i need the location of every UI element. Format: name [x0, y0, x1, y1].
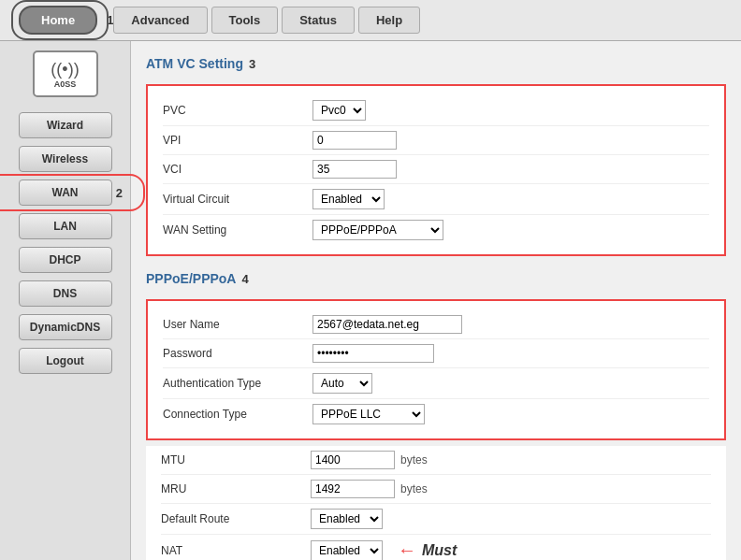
input-wan-setting[interactable]: PPPoE/PPPoABridgeIPoA [312, 220, 443, 240]
form-row-auth-type: Authentication Type AutoPAPCHAP [163, 368, 709, 399]
atm-section-title: ATM VC Setting [146, 56, 243, 71]
tab-status[interactable]: Status [282, 7, 355, 34]
label-default-route: Default Route [161, 512, 311, 525]
sidebar-item-dns[interactable]: DNS [19, 280, 112, 307]
pppoe-section-title: PPPoE/PPPoA [146, 271, 236, 286]
sidebar: ((•)) A0SS Wizard Wireless WAN 2 LAN DHC… [0, 41, 131, 560]
tab-home-label[interactable]: Home [19, 6, 97, 35]
sidebar-item-lan[interactable]: LAN [19, 213, 112, 239]
sidebar-item-logout[interactable]: Logout [19, 348, 112, 374]
logo-text: A0SS [54, 79, 77, 89]
annotation-4: 4 [241, 272, 248, 286]
label-mru: MRU [161, 482, 311, 495]
input-password[interactable] [312, 344, 434, 363]
sidebar-item-wireless[interactable]: Wireless [19, 146, 112, 172]
form-row-mtu: MTU bytes [161, 446, 711, 475]
label-vci: VCI [163, 163, 312, 176]
input-vpi[interactable] [312, 131, 397, 150]
form-row-pvc: PVC Pvc0Pvc1Pvc2 [163, 95, 709, 126]
logo-icon: ((•)) [51, 60, 79, 79]
annotation-2: 2 [116, 186, 123, 200]
label-password: Password [163, 347, 312, 360]
label-mtu: MTU [161, 453, 311, 467]
unit-mru: bytes [400, 482, 428, 495]
form-row-connection-type: Connection Type PPPoE LLCPPPoE VC-MuxPPP… [163, 399, 709, 429]
must-label: Must [422, 542, 457, 559]
main-layout: ((•)) A0SS Wizard Wireless WAN 2 LAN DHC… [0, 41, 741, 560]
form-row-username: User Name [163, 310, 709, 339]
content-area: ATM VC Setting 3 PVC Pvc0Pvc1Pvc2 VPI [131, 41, 741, 560]
tab-tools[interactable]: Tools [211, 7, 279, 34]
input-auth-type[interactable]: AutoPAPCHAP [312, 373, 372, 394]
form-row-mru: MRU bytes [161, 475, 711, 504]
input-username[interactable] [312, 315, 462, 334]
app-frame: Home 1 Advanced Tools Status Help ((•)) … [0, 0, 741, 560]
input-pvc[interactable]: Pvc0Pvc1Pvc2 [312, 100, 366, 121]
form-row-password: Password [163, 339, 709, 368]
label-username: User Name [163, 318, 312, 331]
tab-help[interactable]: Help [358, 7, 420, 34]
form-row-default-route: Default Route EnabledDisabled [161, 504, 711, 535]
sidebar-item-dynamicdns[interactable]: DynamicDNS [19, 314, 112, 340]
label-wan-setting: WAN Setting [163, 223, 312, 237]
input-mru[interactable] [311, 480, 395, 498]
unit-mtu: bytes [400, 453, 428, 467]
form-row-vpi: VPI [163, 126, 709, 155]
sidebar-item-dhcp[interactable]: DHCP [19, 247, 112, 273]
label-vpi: VPI [163, 134, 312, 147]
pppoe-section-box: User Name Password Authentication Type A… [146, 299, 726, 440]
annotation-1: 1 [107, 13, 113, 27]
input-nat[interactable]: EnabledDisabled [311, 540, 383, 561]
input-virtual-circuit[interactable]: EnabledDisabled [312, 189, 385, 209]
sidebar-item-wizard[interactable]: Wizard [19, 112, 112, 138]
input-mtu[interactable] [311, 451, 395, 469]
label-virtual-circuit: Virtual Circuit [163, 193, 312, 206]
label-connection-type: Connection Type [163, 408, 312, 421]
tab-home[interactable]: Home [19, 6, 101, 35]
label-auth-type: Authentication Type [163, 377, 312, 390]
input-connection-type[interactable]: PPPoE LLCPPPoE VC-MuxPPPoA LLCPPPoA VC-M… [312, 404, 425, 424]
form-row-wan-setting: WAN Setting PPPoE/PPPoABridgeIPoA [163, 215, 709, 245]
annotation-3: 3 [249, 57, 255, 71]
input-default-route[interactable]: EnabledDisabled [311, 509, 383, 529]
label-pvc: PVC [163, 104, 312, 117]
logo: ((•)) A0SS [33, 50, 98, 97]
nat-arrow-icon: ← [398, 539, 416, 560]
form-row-nat: NAT EnabledDisabled ← Must [161, 535, 711, 560]
nav-bar: Home 1 Advanced Tools Status Help [0, 0, 741, 41]
form-row-vci: VCI [163, 155, 709, 184]
input-vci[interactable] [312, 160, 397, 179]
label-nat: NAT [161, 544, 311, 557]
tab-advanced[interactable]: Advanced [113, 7, 207, 34]
atm-section-box: PVC Pvc0Pvc1Pvc2 VPI VCI Virtual [146, 84, 726, 256]
sidebar-item-wan[interactable]: WAN [19, 179, 112, 206]
form-row-virtual-circuit: Virtual Circuit EnabledDisabled [163, 184, 709, 215]
